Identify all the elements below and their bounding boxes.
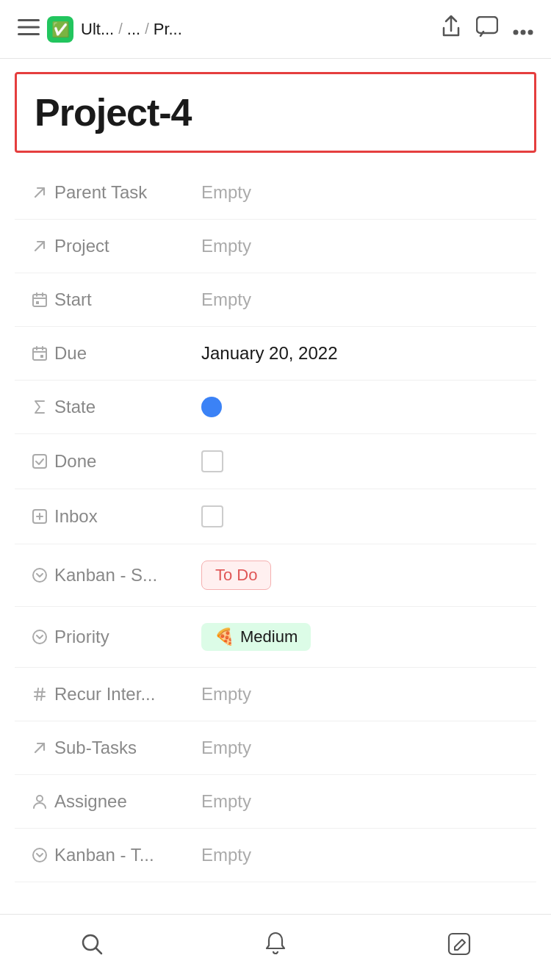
nav-right — [441, 15, 533, 43]
inbox-checkbox-icon — [25, 508, 54, 525]
project-label: Project — [54, 236, 201, 256]
svg-point-6 — [528, 30, 533, 35]
nav-left: ✅ Ult... / ... / Pr... — [18, 16, 441, 43]
svg-rect-7 — [33, 295, 46, 306]
svg-point-16 — [33, 849, 46, 862]
svg-rect-11 — [33, 455, 46, 468]
field-row-state[interactable]: State — [15, 381, 536, 434]
due-label: Due — [54, 343, 201, 364]
top-nav: ✅ Ult... / ... / Pr... — [0, 0, 551, 59]
svg-rect-8 — [36, 301, 39, 304]
field-row-done[interactable]: Done — [15, 434, 536, 489]
done-checkbox[interactable] — [201, 450, 223, 472]
done-value — [201, 450, 526, 472]
breadcrumb-sep-2: / — [145, 21, 149, 37]
svg-rect-9 — [33, 348, 46, 360]
inbox-checkbox[interactable] — [201, 505, 223, 527]
svg-rect-2 — [18, 33, 40, 35]
priority-label: Priority — [54, 627, 201, 647]
arrow-up-right-icon-2 — [25, 238, 54, 254]
assignee-label: Assignee — [54, 791, 201, 812]
hashtag-icon — [25, 686, 54, 702]
breadcrumb-part-3[interactable]: Pr... — [154, 20, 182, 39]
sigma-icon — [25, 399, 54, 415]
parent-task-value: Empty — [201, 182, 526, 203]
recur-value: Empty — [201, 684, 526, 705]
field-row-assignee[interactable]: Assignee Empty — [15, 775, 536, 829]
svg-point-17 — [83, 935, 98, 950]
edit-icon[interactable] — [447, 932, 471, 956]
breadcrumb: Ult... / ... / Pr... — [81, 20, 182, 39]
recur-label: Recur Inter... — [54, 684, 201, 705]
field-row-start[interactable]: Start Empty — [15, 273, 536, 327]
fields-list: Parent Task Empty Project Empty Start Em… — [0, 166, 551, 882]
field-row-inbox[interactable]: Inbox — [15, 489, 536, 544]
hamburger-icon[interactable] — [18, 18, 40, 40]
field-row-priority[interactable]: Priority 🍕 Medium — [15, 607, 536, 668]
person-icon — [25, 793, 54, 810]
svg-point-13 — [33, 569, 46, 582]
svg-point-5 — [521, 30, 526, 35]
start-value: Empty — [201, 289, 526, 310]
project-value: Empty — [201, 236, 526, 256]
svg-rect-10 — [40, 355, 43, 358]
checkbox-check-icon — [25, 453, 54, 469]
share-icon[interactable] — [441, 15, 461, 43]
done-label: Done — [54, 451, 201, 472]
chevron-down-circle-icon-1 — [25, 567, 54, 583]
field-row-parent-task[interactable]: Parent Task Empty — [15, 166, 536, 220]
chat-icon[interactable] — [476, 16, 498, 42]
medium-badge[interactable]: 🍕 Medium — [201, 623, 311, 651]
svg-rect-18 — [449, 934, 469, 954]
arrow-up-right-icon — [25, 184, 54, 201]
task-title: Project-4 — [35, 90, 516, 134]
state-blue-dot — [201, 397, 222, 417]
search-icon[interactable] — [80, 932, 104, 956]
kanban-s-value: To Do — [201, 561, 526, 590]
arrow-up-right-icon-3 — [25, 740, 54, 756]
svg-rect-0 — [18, 19, 40, 21]
breadcrumb-part-2[interactable]: ... — [127, 20, 140, 39]
field-row-recur[interactable]: Recur Inter... Empty — [15, 668, 536, 721]
state-value — [201, 397, 526, 417]
app-logo: ✅ — [47, 16, 73, 43]
priority-emoji: 🍕 — [215, 627, 234, 646]
due-value: January 20, 2022 — [201, 343, 526, 364]
kanban-t-label: Kanban - T... — [54, 845, 201, 865]
state-label: State — [54, 397, 201, 417]
start-label: Start — [54, 289, 201, 310]
svg-point-4 — [514, 30, 519, 35]
field-row-kanban-s[interactable]: Kanban - S... To Do — [15, 544, 536, 607]
inbox-value — [201, 505, 526, 527]
parent-task-label: Parent Task — [54, 182, 201, 203]
assignee-value: Empty — [201, 791, 526, 812]
field-row-kanban-t[interactable]: Kanban - T... Empty — [15, 829, 536, 882]
sub-tasks-value: Empty — [201, 738, 526, 758]
svg-point-14 — [33, 630, 46, 644]
bell-icon[interactable] — [264, 932, 287, 956]
breadcrumb-sep-1: / — [118, 21, 123, 37]
field-row-due[interactable]: Due January 20, 2022 — [15, 327, 536, 381]
priority-value: 🍕 Medium — [201, 623, 526, 651]
priority-text: Medium — [240, 627, 298, 646]
calendar-icon-due — [25, 345, 54, 361]
svg-point-15 — [37, 796, 43, 801]
field-row-sub-tasks[interactable]: Sub-Tasks Empty — [15, 721, 536, 775]
svg-rect-1 — [18, 26, 40, 29]
svg-rect-3 — [477, 17, 497, 33]
breadcrumb-part-1[interactable]: Ult... — [81, 20, 114, 39]
kanban-s-label: Kanban - S... — [54, 565, 201, 586]
todo-badge[interactable]: To Do — [201, 561, 271, 590]
inbox-label: Inbox — [54, 506, 201, 527]
field-row-project[interactable]: Project Empty — [15, 220, 536, 273]
chevron-down-circle-icon-2 — [25, 629, 54, 645]
chevron-down-circle-icon-3 — [25, 847, 54, 863]
sub-tasks-label: Sub-Tasks — [54, 738, 201, 758]
bottom-nav — [0, 914, 551, 980]
more-icon[interactable] — [513, 18, 533, 40]
task-title-container[interactable]: Project-4 — [15, 72, 536, 153]
kanban-t-value: Empty — [201, 845, 526, 865]
calendar-icon-start — [25, 292, 54, 308]
